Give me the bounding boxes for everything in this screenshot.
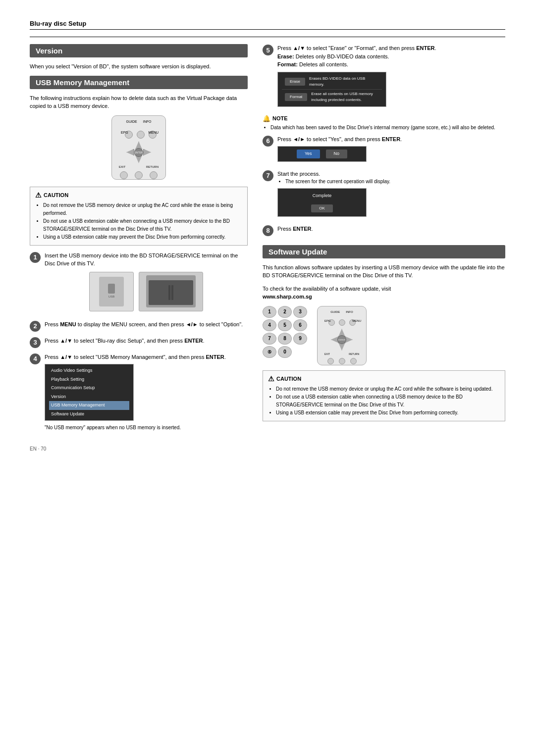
caution-icon: ⚠ bbox=[35, 191, 42, 199]
caution-title: ⚠ CAUTION bbox=[35, 191, 242, 199]
step-7-content: Start the process. The screen for the cu… bbox=[277, 170, 505, 220]
enter-6: ENTER bbox=[382, 136, 400, 142]
numpad: 1 2 3 4 5 6 7 8 9 ⑤ 0 bbox=[263, 306, 307, 365]
key-9: 9 bbox=[293, 333, 307, 345]
page-wrapper: Blu-ray disc Setup Version When you sele… bbox=[30, 20, 505, 452]
menu-item-5: Software Update bbox=[49, 410, 129, 419]
tv-screen bbox=[149, 280, 193, 305]
step-7-note: The screen for the current operation wil… bbox=[285, 178, 505, 185]
key-4: 4 bbox=[263, 319, 276, 331]
ud-arrow-4: ▲/▼ bbox=[60, 354, 72, 360]
usb-title: USB Memory Management bbox=[30, 76, 248, 89]
step-4-num: 4 bbox=[30, 353, 41, 364]
top-buttons-row-2: EPG MENU bbox=[328, 319, 356, 326]
ok-button: OK bbox=[311, 204, 333, 212]
step-7: 7 Start the process. The screen for the … bbox=[263, 170, 505, 220]
right-column: 5 Press ▲/▼ to select "Erase" or "Format… bbox=[263, 44, 505, 436]
note-title: 🔔 NOTE bbox=[263, 115, 505, 122]
menu-item-1: Playback Setting bbox=[49, 375, 129, 384]
exit-return-2: EXIT RETURN bbox=[324, 353, 359, 355]
key-8: 8 bbox=[278, 333, 292, 345]
software-update-body: This function allows software updates by… bbox=[263, 263, 505, 280]
numpad-remote-row: 1 2 3 4 5 6 7 8 9 ⑤ 0 bbox=[263, 306, 505, 365]
step-2: 2 Press MENU to display the MENU screen,… bbox=[30, 320, 248, 332]
menu-keyword: MENU bbox=[60, 321, 76, 327]
exit-return-labels: EXIT RETURN bbox=[119, 165, 159, 168]
note-icon: 🔔 bbox=[263, 115, 270, 122]
key-empty bbox=[293, 346, 307, 358]
menu-note: "No USB memory" appears when no USB memo… bbox=[45, 424, 248, 431]
remote-control-image-2: GUIDE INFO EPG MENU bbox=[317, 306, 367, 365]
version-body: When you select "Version of BD", the sys… bbox=[30, 62, 248, 71]
tv-buttons bbox=[168, 285, 173, 300]
menu-item-2: Communication Setup bbox=[49, 384, 129, 393]
format-desc: Deletes all contents. bbox=[299, 61, 348, 67]
remote-top-labels: GUIDE INFO bbox=[126, 120, 152, 123]
step-4-content: Press ▲/▼ to select "USB Memory Manageme… bbox=[45, 353, 248, 432]
step-1: 1 Insert the USB memory device into the … bbox=[30, 252, 248, 315]
note-item-0: Data which has been saved to the Disc Dr… bbox=[270, 124, 505, 131]
software-update-section: Software Update This function allows sof… bbox=[263, 245, 505, 421]
enter-5: ENTER bbox=[416, 45, 434, 51]
menu-item-4: USB Memory Management bbox=[49, 401, 129, 410]
step-6: 6 Press ◄/► to select "Yes", and then pr… bbox=[263, 135, 505, 165]
dpad-right bbox=[143, 149, 151, 156]
format-label: Format: bbox=[277, 61, 298, 67]
remote-control-image: GUIDE INFO EPG MENU bbox=[111, 115, 166, 180]
erase-format-dialog: Erase Erases BD-VIDEO data on USB memory… bbox=[277, 72, 386, 107]
return-button bbox=[150, 171, 158, 179]
lr-arrow-keyword: ◄/► bbox=[186, 321, 198, 327]
caution-label-2: CAUTION bbox=[276, 376, 301, 382]
step-7-notes: The screen for the current operation wil… bbox=[277, 178, 505, 185]
top-buttons-row: EPG MENU bbox=[121, 131, 157, 139]
page-header: Blu-ray disc Setup bbox=[30, 20, 505, 37]
info-btn-2 bbox=[339, 319, 345, 326]
step-5-num: 5 bbox=[263, 45, 273, 55]
enter-button: ENTER bbox=[134, 148, 143, 157]
step-8-num: 8 bbox=[263, 225, 273, 236]
down-button bbox=[135, 171, 143, 179]
remote-top-area-2: EPG MENU bbox=[328, 318, 356, 327]
step-4: 4 Press ▲/▼ to select "USB Memory Manage… bbox=[30, 353, 248, 432]
menu-label: MENU bbox=[148, 131, 159, 134]
usb-body: The following instructions explain how t… bbox=[30, 94, 248, 110]
yes-no-dialog: Yes No bbox=[277, 146, 367, 162]
tv-image bbox=[139, 272, 203, 311]
yes-button: Yes bbox=[297, 150, 320, 158]
caution-icon-2: ⚠ bbox=[268, 375, 274, 383]
enter-btn-2: ENTER bbox=[337, 335, 346, 344]
step-7-num: 7 bbox=[263, 170, 273, 181]
return-btn-2 bbox=[350, 358, 357, 364]
no-button: No bbox=[326, 150, 348, 158]
erase-desc: Deletes only BD-VIDEO data contents. bbox=[296, 53, 389, 59]
bottom-buttons-2 bbox=[327, 358, 357, 364]
note-label: NOTE bbox=[272, 115, 288, 121]
ud-arrow-5: ▲/▼ bbox=[293, 45, 305, 51]
format-option: Format bbox=[285, 93, 307, 101]
caution-box-2: ⚠ CAUTION Do not remove the USB memory d… bbox=[263, 370, 505, 421]
step-6-content: Press ◄/► to select "Yes", and then pres… bbox=[277, 135, 505, 165]
page-footer: EN · 70 bbox=[30, 446, 505, 452]
step-2-content: Press MENU to display the MENU screen, a… bbox=[45, 320, 248, 329]
step-2-num: 2 bbox=[30, 321, 41, 332]
complete-dialog: Complete OK bbox=[277, 188, 367, 217]
step-1-text: Insert the USB memory device into the BD… bbox=[45, 252, 238, 267]
key-7: 7 bbox=[263, 333, 276, 345]
left-column: Version When you select "Version of BD",… bbox=[30, 44, 248, 436]
usb-section: USB Memory Management The following inst… bbox=[30, 76, 248, 432]
software-update-title: Software Update bbox=[263, 245, 505, 258]
usb-connector bbox=[108, 284, 115, 294]
dpad-left bbox=[126, 149, 134, 156]
complete-label: Complete bbox=[283, 193, 361, 200]
caution-list-2: Do not remove the USB memory device or u… bbox=[268, 385, 500, 417]
exit-button bbox=[120, 171, 128, 179]
caution-list: Do not remove the USB memory device or u… bbox=[35, 202, 242, 241]
menu-screenshot: Audio Video Settings Playback Setting Co… bbox=[45, 364, 134, 421]
menu-item-3: Version bbox=[49, 393, 129, 402]
step-1-num: 1 bbox=[30, 252, 41, 263]
usb-tv-diagram: USB bbox=[45, 272, 248, 311]
caution-2-item-2: Using a USB extension cable may prevent … bbox=[276, 409, 500, 417]
step-3-content: Press ▲/▼ to select "Blu-ray disc Setup"… bbox=[45, 337, 248, 345]
page-number: EN · 70 bbox=[30, 446, 46, 452]
version-title: Version bbox=[30, 44, 248, 57]
